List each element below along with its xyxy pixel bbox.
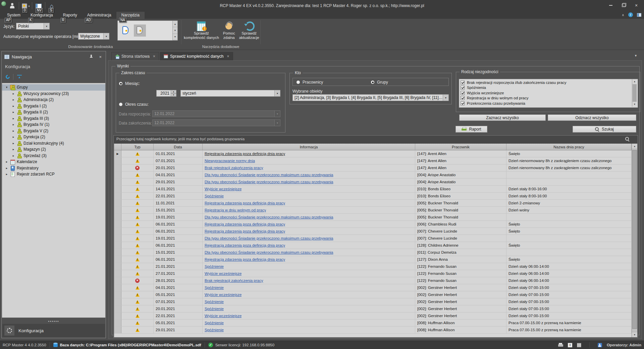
expander-icon[interactable]: ▸	[11, 142, 16, 145]
info-link[interactable]: Dla typu obecności Śniadanie przekroczon…	[205, 180, 333, 184]
info-link[interactable]: Wyjście wcześniejsze	[205, 271, 241, 276]
table-row[interactable]: 19.01.2021Dla typu obecności Śniadanie p…	[114, 214, 632, 221]
expander-icon[interactable]: ▸	[11, 148, 16, 151]
info-link[interactable]: Dla typu obecności Śniadanie przekroczon…	[205, 250, 333, 254]
expander-icon[interactable]: ▸	[11, 110, 16, 114]
expander-icon[interactable]: ▸	[11, 117, 16, 120]
info-link[interactable]: Rejestracja zdarzenia poza definicją dni…	[205, 201, 285, 205]
table-row[interactable]: 20.01.2021Spóźnienie[002]: Gerstner Herb…	[114, 305, 632, 312]
checkbox-checked-icon[interactable]	[461, 91, 465, 95]
ribbon-tab-system[interactable]: SystemAP	[2, 12, 25, 19]
checklist-item[interactable]: Rejestracja w dniu wolnym od pracy	[461, 96, 638, 101]
scroll-thumb[interactable]	[632, 150, 637, 329]
tree-item[interactable]: ▸Dział konstrukcyjny (4)	[2, 140, 105, 147]
table-row[interactable]: 27.01.2021Wyjście wcześniejsze[122]: Fer…	[114, 270, 632, 277]
tree-item[interactable]: ▸Magazyn (2)	[2, 146, 105, 153]
checkbox-checked-icon[interactable]	[461, 86, 465, 90]
tree-item[interactable]: ▸Wszyscy pracownicy (23)	[2, 91, 105, 97]
list-scrollbar[interactable]: ▲ ▼	[632, 79, 637, 107]
scroll-thumb[interactable]	[633, 84, 637, 102]
theme-gallery[interactable]: ▲ ▼ ▼	[117, 20, 178, 41]
table-row[interactable]: 11.01.2021Rejestracja zdarzenia poza def…	[114, 200, 632, 207]
info-link[interactable]: Rejestracja zdarzenia poza definicją dni…	[205, 222, 285, 226]
info-link[interactable]: Dla typu obecności Śniadanie przekroczon…	[205, 173, 333, 177]
tree-item[interactable]: ▸Brygada II (2)	[2, 109, 105, 115]
info-link[interactable]: Wyjście wcześniejsze	[205, 314, 241, 318]
expander-icon[interactable]: ▾	[4, 86, 9, 89]
grid-scrollbar[interactable]: ▲ ▼	[632, 144, 637, 337]
layout-icon[interactable]	[637, 13, 641, 17]
tree-item[interactable]: ▸Kalendarze	[2, 159, 105, 165]
table-row[interactable]: 22.01.2021Spóźnienie[010]: Bonds EliseoD…	[114, 193, 632, 200]
ribbon-tab-raporty[interactable]: RaportyR	[58, 12, 82, 19]
theme-gray-icon[interactable]	[137, 26, 143, 34]
document-tab[interactable]: Strona startowa×	[111, 52, 159, 60]
expander-icon[interactable]: ▸	[4, 172, 9, 176]
stepper-arrows[interactable]: ▲▼	[171, 90, 176, 97]
tree-item[interactable]: ▸Brygada III (3)	[2, 115, 105, 122]
report-button[interactable]: Raport	[455, 126, 487, 133]
tree-item[interactable]: ▸Brygada V (2)	[2, 128, 105, 134]
refresh-icon[interactable]	[5, 74, 11, 80]
table-row[interactable]: 06.01.2021Rejestracja zdarzenia poza def…	[114, 256, 632, 263]
info-link[interactable]: Rejestracja w dniu wolnym od pracy	[205, 208, 266, 212]
theme-blue-icon[interactable]	[122, 26, 128, 34]
checklist-item[interactable]: Brak rejestracji rozpoczęcia i/lub zakoń…	[461, 80, 638, 85]
checklist-item[interactable]: Spóźnienia	[461, 85, 638, 91]
table-row[interactable]: 04.01.2021Spóźnienie[002]: Gerstner Herb…	[114, 284, 632, 291]
expander-icon[interactable]: ▸	[11, 104, 16, 108]
ribbon-button-headset[interactable]: Pomoczdalna	[221, 20, 237, 40]
restore-button[interactable]	[617, 1, 630, 9]
ribbon-tab-administracja[interactable]: AdministracjaAD	[82, 12, 116, 19]
column-header-informacja[interactable]: Informacja	[203, 144, 415, 150]
tree-item[interactable]: ▸Rejestr zdarzeń RCP	[2, 171, 105, 178]
month-select[interactable]: styczeń ▼	[180, 90, 280, 97]
scroll-up-icon[interactable]: ▲	[173, 21, 177, 27]
table-row[interactable]: 05.01.2021Spóźnienie[008]: Huffman Allis…	[114, 319, 632, 327]
table-row[interactable]: 06.01.2021Rejestracja zdarzenia poza def…	[114, 242, 632, 249]
collapse-all-icon[interactable]	[17, 75, 22, 79]
info-link[interactable]: Rejestracja zdarzenia poza definicją dni…	[205, 152, 285, 156]
info-icon[interactable]: i	[628, 12, 633, 17]
close-icon[interactable]: ×	[227, 54, 229, 59]
minimize-button[interactable]	[604, 1, 617, 9]
splitter-handle[interactable]: ••••••	[2, 319, 106, 323]
tree-item[interactable]: ▸Dyrekcja (2)	[2, 134, 105, 140]
checklist-item[interactable]: Przekroczenia czasu przebywania	[461, 101, 638, 106]
info-link[interactable]: Spóźnienie	[205, 328, 224, 332]
sidebar-bottom-bar[interactable]: Konfiguracja	[2, 324, 105, 337]
printer-icon[interactable]	[558, 343, 563, 347]
tree-item[interactable]: ▸Rejestratory	[2, 165, 105, 171]
scroll-down-icon[interactable]: ▼	[173, 27, 177, 34]
expander-icon[interactable]: ▸	[11, 123, 16, 126]
info-link[interactable]: Niewypracowanie normy dnia	[205, 159, 255, 163]
info-link[interactable]: Brak rejestracji zakończenia pracy	[205, 166, 263, 170]
info-link[interactable]: Spóźnienie	[205, 321, 224, 325]
info-link[interactable]: Spóźnienie	[205, 264, 224, 268]
scroll-up-icon[interactable]: ▲	[632, 79, 637, 84]
close-button[interactable]: ×	[630, 1, 643, 9]
table-row[interactable]: 15.01.2021Rejestracja w dniu wolnym od p…	[114, 207, 632, 214]
select-all-button[interactable]: Zaznacz wszystko	[459, 114, 546, 121]
tab-list-dropdown-icon[interactable]: ▼	[634, 54, 637, 57]
scroll-down-icon[interactable]: ▼	[632, 102, 637, 107]
expander-icon[interactable]: ▸	[11, 135, 16, 139]
column-header-nazwa-dnia-pracy[interactable]: Nazwa dnia pracy	[506, 144, 632, 150]
close-icon[interactable]: ×	[99, 54, 102, 59]
table-row[interactable]: 19.01.2021Dla typu obecności Śniadanie p…	[114, 235, 632, 242]
table-row[interactable]: 07.01.2021Spóźnienie[002]: Gerstner Herb…	[114, 298, 632, 305]
ribbon-tab-konfiguracja[interactable]: KonfiguracjaK	[25, 12, 58, 19]
radio-off-icon[interactable]	[296, 80, 300, 84]
deselect-all-button[interactable]: Odznacz wszystko	[548, 114, 636, 121]
autologout-select[interactable]: Wyłączone ▼	[78, 33, 109, 40]
language-select[interactable]: Polski ▼	[16, 23, 50, 30]
table-row[interactable]: 22.01.2021Wyjście wcześniejsze[002]: Ger…	[114, 312, 632, 319]
table-row[interactable]: 28.01.2021Brak rejestracji zakończenia p…	[114, 277, 632, 284]
radio-off-icon[interactable]	[119, 102, 123, 106]
info-link[interactable]: Rejestracja zdarzenia poza definicją dni…	[205, 257, 285, 261]
year-stepper[interactable]: 2021 ▲▼	[156, 90, 176, 97]
expander-icon[interactable]: ▸	[4, 166, 9, 170]
chevron-down-icon[interactable]: ▼	[443, 95, 448, 101]
info-link[interactable]: Brak rejestracji zakończenia pracy	[205, 279, 263, 283]
table-row[interactable]: 07.01.2021Niewypracowanie normy dnia[147…	[114, 157, 632, 164]
